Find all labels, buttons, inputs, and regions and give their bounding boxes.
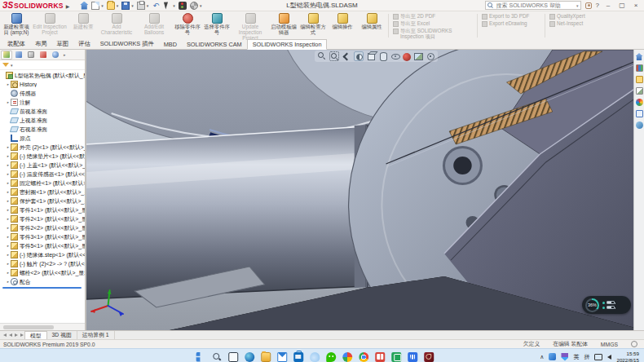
tab-scroll-right-icon[interactable] [13, 333, 19, 338]
tab-scroll-last-icon[interactable] [19, 333, 24, 338]
print-dropdown-icon[interactable]: ▾ [147, 3, 149, 8]
tab-overflow-icon[interactable]: ▸ [64, 52, 66, 57]
units-selector[interactable]: MMGS [601, 342, 618, 347]
tree-item[interactable]: ▸ 零件1<1> (默认<<默认>_显示状态 [0, 205, 85, 214]
taskpane-icon-file-explorer[interactable] [636, 76, 643, 83]
scrollbar-thumb[interactable] [3, 325, 54, 329]
tree-item[interactable]: ▸ 固定螺栓<1> (默认<<默认>_显示 [0, 179, 85, 188]
undo-icon[interactable]: ↶ [152, 2, 160, 10]
graphics-viewport[interactable]: 36% [86, 50, 644, 330]
ribbon-button-edit-operations[interactable]: 编辑操作 [328, 12, 357, 39]
select-cursor-icon[interactable] [163, 2, 171, 10]
tree-item[interactable]: ▸ 配合 [0, 277, 85, 286]
tab-scroll-first-icon[interactable] [2, 333, 7, 338]
ime-indicator[interactable]: 拼 [584, 353, 589, 361]
tab-configurationmanager[interactable] [25, 51, 37, 60]
display-icon[interactable] [594, 354, 602, 360]
options-dropdown-icon[interactable]: ▾ [200, 3, 202, 8]
taskbar-icon-start[interactable] [196, 352, 205, 362]
hud-icon-view-settings[interactable] [426, 51, 435, 61]
rollback-bar[interactable] [2, 287, 82, 289]
export-menu-item[interactable]: Export eDrawing [482, 21, 540, 27]
partner-menu-item[interactable]: Net-Inspect [549, 21, 598, 27]
ribbon-button-add-characteristic[interactable]: Add Characteristic [98, 12, 135, 39]
hud-icon-hide-show-items[interactable] [390, 51, 400, 61]
taskbar-icon-photos[interactable] [342, 352, 352, 362]
tree-item[interactable]: ▸ (-) 温度传感器<1> (默认<<默认>_ [0, 170, 85, 179]
tree-item[interactable]: ▸ 原点 [0, 134, 85, 143]
tab-sketch[interactable]: 草图 [51, 39, 73, 49]
ribbon-button-update-inspection-project[interactable]: Update Inspection Project [232, 12, 269, 39]
ribbon-button-edit-inspection-project[interactable]: Edit Inspection Project [31, 12, 68, 39]
export-menu-item[interactable]: 导出至 SOLIDWORKS Inspection 项目 [393, 29, 473, 40]
tab-evaluate[interactable]: 评估 [73, 39, 95, 49]
tree-item[interactable]: ▸ 密封圈<1> (默认<<默认>_显示状 [0, 188, 85, 196]
tree-item[interactable]: ▸ (-) 上盖<1> (默认<<默认>_显示状 [0, 161, 85, 170]
partner-menu-item[interactable]: QualityXpert [549, 14, 598, 20]
security-shield-icon[interactable] [561, 353, 568, 361]
search-dropdown-icon[interactable]: ▾ [576, 3, 579, 8]
taskbar-icon-task-view[interactable] [228, 352, 238, 362]
tree-horizontal-scrollbar[interactable] [0, 323, 85, 330]
tab-scroll-left-icon[interactable] [7, 333, 13, 338]
taskbar-icon-red-book-app[interactable] [375, 352, 385, 362]
3d-model-render[interactable] [86, 50, 644, 330]
taskbar-icon-mail[interactable] [277, 352, 287, 362]
tree-item[interactable]: ▸ 零件2<2> (默认<<默认>_显示状态 [0, 223, 85, 232]
export-menu-item[interactable]: Export to 3D PDF [482, 14, 540, 20]
tab-dimxpertmanager[interactable] [37, 51, 49, 60]
filter-dropdown-icon[interactable]: ▾ [11, 63, 13, 68]
ribbon-button-new-inspection-project[interactable]: 新建检查项目 (amp;N) [2, 12, 31, 39]
tree-item[interactable]: ▸ 零件3<1> (默认<<默认>_显示状态 [0, 232, 85, 241]
ribbon-button-select-balloons[interactable]: 选择零件序号 [202, 12, 232, 39]
tray-overflow-chevron-icon[interactable]: ∧ [540, 354, 544, 360]
tree-item[interactable]: ▸ (-) 绝缘垫片<1> (默认<<默认>_显 [0, 152, 85, 161]
hud-icon-view-orientation[interactable] [366, 51, 376, 61]
tab-inspection[interactable]: SOLIDWORKS Inspection [247, 39, 328, 50]
new-document-icon[interactable] [91, 2, 99, 10]
tree-item[interactable]: ▸ 零件2<1> (默认<<默认>_显示状态 [0, 214, 85, 223]
taskpane-icon-custom-properties[interactable] [636, 110, 643, 117]
filter-funnel-icon[interactable] [2, 63, 9, 67]
user-account-icon[interactable] [585, 2, 592, 9]
tray-app-icon[interactable] [549, 353, 556, 360]
taskbar-icon-green-app[interactable] [391, 352, 401, 362]
search-input[interactable] [495, 2, 575, 9]
tree-item[interactable]: ▸ 右视基准面 [0, 125, 85, 134]
tree-item[interactable]: ▸ 前视基准面 [0, 107, 85, 116]
taskbar-icon-wps[interactable] [408, 352, 417, 362]
hud-icon-previous-view[interactable] [342, 51, 351, 61]
taskpane-icon-view-palette[interactable] [636, 87, 643, 95]
taskpane-icon-solidworks-resources[interactable] [636, 53, 643, 60]
ribbon-button-edit-inspection-methods[interactable]: 编辑检查方式 [298, 12, 328, 39]
menu-flyout-icon[interactable]: ▶ [66, 3, 70, 9]
tree-item[interactable]: ▸ 螺栓<2> (默认<<默认>_显示状态 [0, 268, 85, 277]
rebuild-traffic-light-icon[interactable] [179, 2, 187, 10]
tree-item[interactable]: ▸ L型铠装热电偶 (默认<默认_显示状态-1 [0, 71, 85, 80]
help-button[interactable]: ? [596, 2, 599, 9]
tree-item[interactable]: ▸ (-) 触片 (2)<2> -> ? (默认<<默认 [0, 259, 85, 268]
tree-item[interactable]: ▸ 外壳 (2)<1> (默认<<默认>_显示状 [0, 143, 85, 152]
tree-item[interactable]: ▸ 上视基准面 [0, 116, 85, 125]
tab-displaymanager[interactable] [50, 51, 61, 60]
maximize-button[interactable]: ▢ [617, 1, 627, 11]
open-icon[interactable] [107, 2, 115, 10]
new-dropdown-icon[interactable]: ▾ [101, 3, 104, 8]
ribbon-button-remove-balloons[interactable]: 移除零件序号 [173, 12, 202, 39]
tab-addins[interactable]: SOLIDWORKS 插件 [95, 39, 159, 49]
tab-layout[interactable]: 布局 [30, 39, 52, 49]
ribbon-button-new-inspection[interactable]: 新建检查 [68, 12, 98, 39]
hud-icon-zoom-to-area[interactable] [329, 51, 339, 61]
tree-item[interactable]: ▸ 注解 [0, 98, 85, 107]
tab-mbd[interactable]: MBD [159, 40, 182, 49]
doc-tab-3d-views[interactable]: 3D 视图 [47, 331, 77, 339]
tree-item[interactable]: ▸ (-) 绝缘体.step<1> (默认<<默认 [0, 250, 85, 259]
hud-icon-section-view[interactable] [354, 51, 364, 61]
export-menu-item[interactable]: 导出至 Excel [393, 21, 473, 27]
help-search-box[interactable]: ▾ [485, 1, 581, 10]
taskbar-icon-store[interactable] [293, 352, 303, 362]
save-icon[interactable] [121, 2, 130, 10]
taskpane-icon-appearances-scenes[interactable] [636, 99, 643, 106]
tree-item[interactable]: ▸ History [0, 80, 85, 89]
home-icon[interactable] [80, 2, 88, 10]
